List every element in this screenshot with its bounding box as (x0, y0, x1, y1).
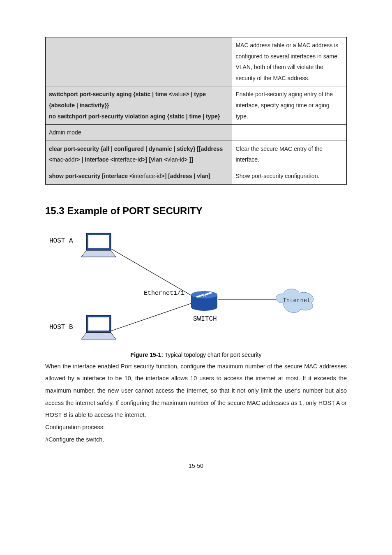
host-a-label: HOST A (49, 237, 73, 245)
desc-cell: Enable port-security aging entry of the … (232, 86, 347, 125)
desc-cell (232, 125, 347, 141)
svg-rect-4 (88, 235, 109, 248)
desc-cell: MAC address table or a MAC address is co… (232, 37, 347, 86)
desc-cell: Show port-security configuration. (232, 168, 347, 184)
internet-label: Internet (283, 297, 310, 304)
config-process-line: Configuration process: (45, 421, 347, 434)
svg-text:S: S (203, 294, 206, 298)
switch-label: SWITCH (193, 315, 217, 323)
cmd-cell (46, 37, 232, 86)
svg-marker-5 (81, 250, 116, 257)
svg-line-1 (111, 301, 197, 331)
section-heading: 15.3 Example of PORT SECURITY (45, 205, 347, 217)
cmd-cell: clear port-security {all | configured | … (46, 141, 232, 168)
cmd-cell: show port-security [interface <interface… (46, 168, 232, 184)
body-paragraph: When the interface enabled Port security… (45, 361, 347, 422)
svg-marker-8 (81, 333, 116, 339)
topology-diagram: S Internet HOST A HOST B Ethernet1/1 SWI… (45, 229, 341, 348)
cmd-cell: switchport port-security aging {static |… (46, 86, 232, 125)
desc-cell: Clear the secure MAC entry of the interf… (232, 141, 347, 168)
page-number: 15-50 (45, 462, 347, 469)
ethernet-label: Ethernet1/1 (144, 290, 184, 297)
svg-rect-7 (88, 317, 109, 331)
cmd-cell: Admin mode (46, 125, 232, 141)
config-switch-line: #Configure the switch. (45, 434, 347, 446)
figure-caption: Figure 15-1: Typical topology chart for … (45, 352, 347, 358)
host-b-label: HOST B (49, 324, 73, 331)
command-table: MAC address table or a MAC address is co… (45, 37, 347, 185)
